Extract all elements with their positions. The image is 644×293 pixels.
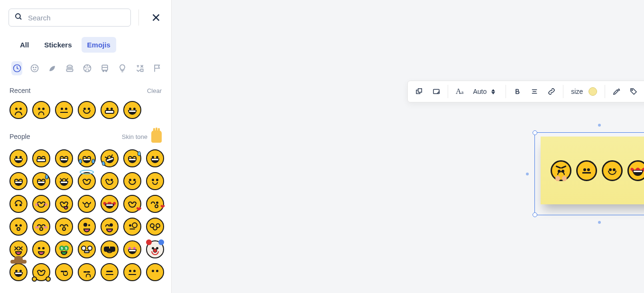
emoji-sweat-joy[interactable] — [122, 148, 142, 168]
section-people-header: People Skin tone — [9, 126, 163, 146]
link-button[interactable] — [543, 83, 560, 100]
category-flags[interactable] — [152, 61, 163, 75]
emoji-halo[interactable] — [77, 171, 97, 191]
emoji-nerd-glasses[interactable] — [77, 239, 97, 259]
emoji-smiling-hearts[interactable]: ❤ — [122, 194, 142, 214]
svg-point-24 — [632, 90, 633, 91]
mid-handle-top[interactable] — [598, 124, 601, 127]
emoji-frown-worried[interactable] — [31, 100, 51, 120]
align-button[interactable] — [526, 83, 543, 100]
emoji-zany[interactable] — [77, 217, 97, 237]
font-spinner[interactable] — [491, 89, 498, 94]
emoji-yum[interactable] — [54, 194, 74, 214]
emoji-relaxed[interactable] — [31, 194, 51, 214]
emoji-beaming[interactable] — [31, 148, 51, 168]
emoji-joy-tears[interactable] — [77, 148, 97, 168]
emoji-slight-smile[interactable] — [145, 171, 165, 191]
bring-front-button[interactable] — [411, 83, 428, 100]
recent-emoji-grid — [9, 98, 163, 126]
emoji-relieved[interactable] — [77, 194, 97, 214]
emoji-rofl[interactable] — [100, 148, 120, 168]
mid-handle-left[interactable] — [526, 173, 529, 175]
search-wrap — [9, 9, 131, 27]
emoji-unamused[interactable] — [77, 262, 97, 282]
emoji-kiss-heart[interactable]: ❤ — [145, 194, 165, 214]
emoji-scroll-area[interactable]: Recent Clear People Skin tone — [0, 80, 171, 293]
svg-rect-14 — [140, 69, 143, 72]
search-input[interactable] — [9, 9, 131, 27]
emoji-expressionless[interactable] — [100, 262, 120, 282]
emoji-neutral[interactable] — [54, 100, 74, 120]
emoji-frown[interactable] — [9, 100, 28, 120]
emoji-clown[interactable] — [145, 239, 165, 259]
color-swatch[interactable] — [589, 87, 597, 96]
emoji-nerd[interactable] — [145, 217, 165, 237]
highlight-button[interactable] — [608, 83, 625, 100]
emoji-hug[interactable] — [31, 262, 51, 282]
resize-handle-bl[interactable] — [533, 212, 537, 217]
category-food[interactable] — [64, 61, 75, 75]
category-nature[interactable] — [46, 61, 57, 75]
emoji-kiss-blush[interactable] — [31, 217, 51, 237]
emoji-tongue-wink[interactable] — [100, 217, 120, 237]
sticky-emoji-heart-eyes — [627, 160, 644, 181]
category-symbols[interactable] — [134, 61, 145, 75]
category-recent[interactable] — [11, 61, 22, 75]
tag-button[interactable] — [625, 83, 642, 100]
card-type-button[interactable] — [428, 83, 445, 100]
size-button[interactable]: size — [566, 87, 602, 96]
bold-button[interactable] — [509, 83, 526, 100]
emoji-xd-laugh[interactable] — [54, 171, 74, 191]
category-people[interactable] — [29, 61, 40, 75]
emoji-neutral2[interactable] — [122, 262, 142, 282]
toolbar-separator — [563, 85, 563, 98]
resize-handle-tl[interactable] — [533, 130, 537, 135]
close-button[interactable] — [149, 11, 163, 24]
svg-point-12 — [102, 71, 104, 72]
mid-handle-bottom[interactable] — [598, 221, 601, 224]
emoji-star-struck[interactable]: ★★ — [122, 239, 142, 259]
svg-rect-17 — [418, 89, 422, 92]
selection-box[interactable] — [534, 132, 644, 215]
svg-point-22 — [618, 89, 619, 90]
emoji-wink[interactable] — [100, 171, 120, 191]
emoji-cowboy[interactable] — [9, 262, 28, 282]
category-travel[interactable] — [99, 61, 110, 75]
emoji-sunglasses[interactable] — [100, 239, 120, 259]
emoji-sweat-smile[interactable] — [31, 171, 51, 191]
emoji-grin[interactable] — [9, 148, 28, 168]
category-activity[interactable] — [82, 61, 92, 75]
emoji-no-mouth[interactable] — [145, 262, 165, 282]
emoji-kiss-smile[interactable] — [54, 217, 74, 237]
emoji-button[interactable] — [642, 83, 644, 100]
font-family-button[interactable]: Aa — [451, 87, 468, 96]
emoji-squint-grin[interactable] — [54, 148, 74, 168]
canvas-area[interactable]: Aa Auto size — [172, 0, 644, 293]
emoji-smile[interactable] — [77, 100, 97, 120]
emoji-picker-panel: All Stickers Emojis Recent Clear People — [0, 0, 172, 293]
tab-all[interactable]: All — [14, 37, 35, 53]
emoji-grin[interactable] — [122, 100, 142, 120]
tab-emojis[interactable]: Emojis — [82, 37, 116, 53]
skin-tone-button[interactable] — [151, 130, 162, 143]
emoji-heart-eyes[interactable] — [100, 194, 120, 214]
emoji-monocle[interactable] — [122, 217, 142, 237]
clear-recent-button[interactable]: Clear — [147, 87, 162, 94]
sticky-emoji-smile — [602, 160, 623, 181]
emoji-tongue[interactable] — [31, 239, 51, 259]
emoji-smile2[interactable] — [122, 171, 142, 191]
emoji-grimace[interactable] — [100, 100, 120, 120]
emoji-money[interactable]: $$ — [54, 239, 74, 259]
font-size-auto[interactable]: Auto — [468, 88, 503, 95]
svg-rect-18 — [433, 90, 439, 94]
category-objects[interactable] — [117, 61, 128, 75]
emoji-kiss[interactable] — [9, 217, 28, 237]
tab-stickers[interactable]: Stickers — [38, 37, 77, 53]
emoji-upside-down[interactable] — [9, 194, 28, 214]
emoji-smirk[interactable] — [54, 262, 74, 282]
emoji-grin-big[interactable] — [145, 148, 165, 168]
emoji-smile-open[interactable] — [9, 171, 28, 191]
skin-tone-label: Skin tone — [122, 133, 147, 140]
toolbar-separator — [605, 85, 605, 98]
sticky-note[interactable] — [541, 137, 644, 204]
